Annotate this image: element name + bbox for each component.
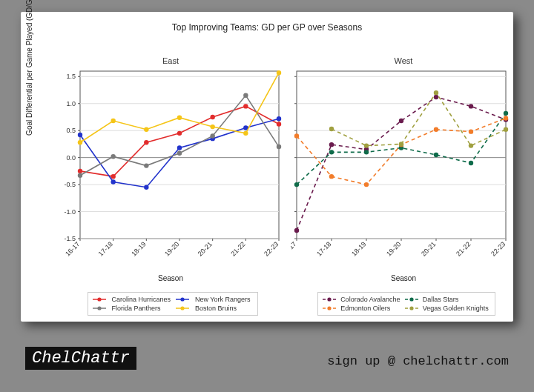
svg-text:20-21: 20-21 <box>420 240 437 257</box>
svg-text:22-23: 22-23 <box>490 240 507 257</box>
svg-point-93 <box>294 228 299 233</box>
legend-swatch <box>323 296 336 302</box>
svg-text:19-20: 19-20 <box>385 240 402 257</box>
legend-east: Carolina HurricanesNew York RangersFlori… <box>88 292 258 316</box>
svg-text:16-17: 16-17 <box>64 240 81 257</box>
legend-swatch <box>405 305 418 311</box>
legend-swatch <box>323 305 336 311</box>
svg-point-40 <box>210 115 214 119</box>
svg-text:17-18: 17-18 <box>315 240 332 257</box>
chart-west: 16-1717-1818-1919-2020-2121-2222-23 <box>291 67 512 273</box>
svg-text:21-22: 21-22 <box>455 240 472 257</box>
chart-title: Top Improving Teams: GD per GP over Seas… <box>21 22 513 33</box>
svg-point-116 <box>399 142 403 146</box>
chart-east: -1.5-1.0-0.50.00.51.01.516-1717-1818-191… <box>55 67 285 273</box>
subplot-title-west: West <box>300 56 507 65</box>
svg-point-135 <box>409 306 413 310</box>
svg-point-125 <box>97 306 101 310</box>
legend-label: Dallas Stars <box>423 296 490 303</box>
svg-point-36 <box>78 169 82 173</box>
svg-point-101 <box>329 150 334 154</box>
svg-point-127 <box>181 306 185 310</box>
svg-text:1.0: 1.0 <box>66 100 76 107</box>
chart-card: Top Improving Teams: GD per GP over Seas… <box>21 12 513 322</box>
svg-point-43 <box>78 133 82 137</box>
signup-text: sign up @ chelchattr.com <box>327 354 509 368</box>
svg-point-39 <box>177 131 182 136</box>
svg-point-131 <box>409 297 413 301</box>
svg-point-55 <box>243 93 248 98</box>
legend-west: Colorado AvalancheDallas StarsEdmonton O… <box>317 292 495 316</box>
svg-point-62 <box>243 131 248 136</box>
svg-point-112 <box>469 129 473 133</box>
svg-text:21-22: 21-22 <box>229 240 246 257</box>
svg-text:-0.5: -0.5 <box>64 181 76 188</box>
legend-label: Vegas Golden Knights <box>423 305 490 312</box>
svg-point-102 <box>364 150 369 154</box>
svg-point-129 <box>327 297 331 301</box>
svg-point-49 <box>277 116 281 121</box>
svg-point-61 <box>210 124 214 129</box>
svg-text:16-17: 16-17 <box>291 240 297 257</box>
svg-point-45 <box>144 185 148 190</box>
svg-point-58 <box>111 119 115 123</box>
svg-point-63 <box>277 70 281 75</box>
svg-text:1.5: 1.5 <box>66 73 76 80</box>
svg-text:19-20: 19-20 <box>163 240 180 257</box>
legend-label: Colorado Avalanche <box>340 296 402 303</box>
y-axis-label: Goal Differential per Game Played (GD/GP… <box>25 0 33 160</box>
svg-point-123 <box>181 297 185 301</box>
svg-point-37 <box>111 174 115 179</box>
svg-point-109 <box>364 182 369 187</box>
legend-label: Florida Panthers <box>111 305 173 312</box>
svg-point-111 <box>434 127 438 132</box>
svg-text:22-23: 22-23 <box>263 240 280 257</box>
svg-point-56 <box>277 144 281 149</box>
legend-swatch <box>93 305 106 311</box>
svg-point-119 <box>504 127 508 132</box>
svg-point-51 <box>111 154 115 159</box>
svg-point-114 <box>329 127 334 131</box>
svg-text:18-19: 18-19 <box>130 240 147 257</box>
svg-point-133 <box>327 306 331 310</box>
legend-label: Boston Bruins <box>195 305 253 312</box>
svg-point-117 <box>434 90 438 95</box>
svg-text:-1.5: -1.5 <box>64 235 76 242</box>
svg-point-107 <box>294 133 299 138</box>
x-axis-label-west: Season <box>300 274 507 282</box>
svg-text:0.5: 0.5 <box>66 127 76 134</box>
svg-point-94 <box>329 142 334 147</box>
svg-text:20-21: 20-21 <box>197 240 214 257</box>
svg-point-104 <box>434 153 438 157</box>
svg-point-41 <box>243 104 248 108</box>
svg-point-57 <box>78 140 82 144</box>
svg-point-118 <box>469 143 473 147</box>
legend-swatch <box>405 296 418 302</box>
svg-point-105 <box>469 161 473 165</box>
svg-point-106 <box>504 111 508 116</box>
svg-text:18-19: 18-19 <box>350 240 367 257</box>
svg-point-38 <box>144 140 148 144</box>
svg-point-52 <box>144 163 148 167</box>
svg-point-44 <box>111 179 115 184</box>
svg-point-121 <box>97 297 101 301</box>
svg-point-59 <box>144 127 148 132</box>
svg-text:17-18: 17-18 <box>97 240 114 257</box>
legend-swatch <box>176 305 189 311</box>
svg-point-115 <box>364 143 369 147</box>
subplot-title-east: East <box>67 56 274 65</box>
svg-point-113 <box>504 116 508 120</box>
legend-label: Carolina Hurricanes <box>111 296 173 303</box>
svg-point-97 <box>434 95 438 99</box>
legend-swatch <box>93 296 106 302</box>
svg-point-46 <box>177 145 182 150</box>
brand-badge: ChelChattr <box>25 347 136 370</box>
legend-label: Edmonton Oilers <box>340 305 402 312</box>
svg-point-54 <box>210 133 214 138</box>
legend-swatch <box>176 296 189 302</box>
svg-point-98 <box>469 104 473 108</box>
svg-point-42 <box>277 122 281 126</box>
svg-point-50 <box>78 173 82 178</box>
svg-point-96 <box>399 119 403 123</box>
svg-point-108 <box>329 174 334 179</box>
